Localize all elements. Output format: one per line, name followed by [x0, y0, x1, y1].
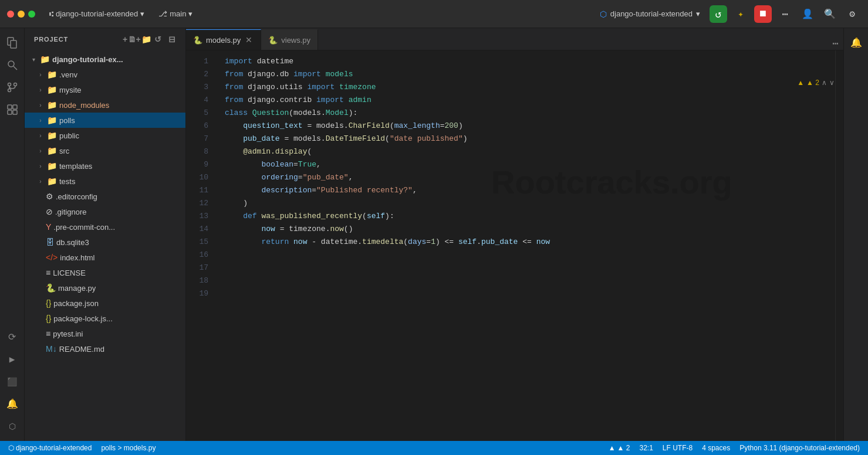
- sidebar-item-pytest[interactable]: ≡ pytest.ini: [25, 326, 185, 341]
- sidebar-title: Project: [34, 36, 68, 43]
- notifications-right-icon[interactable]: 🔔: [846, 33, 866, 53]
- status-warnings-label: ▲ 2: [617, 444, 630, 452]
- repo-selector[interactable]: ⑆ django-tutorial-extended ▾: [45, 7, 149, 21]
- item-label: pytest.ini: [53, 330, 83, 338]
- warning-icon: ▲: [797, 79, 804, 87]
- sidebar-item-root[interactable]: ▾ 📁 django-tutorial-ex...: [25, 52, 185, 67]
- sidebar-item-public[interactable]: › 📁 public: [25, 128, 185, 143]
- folder-icon: 📁: [47, 131, 57, 140]
- terminal-icon[interactable]: ⬛: [2, 372, 22, 392]
- git-icon[interactable]: ⬡: [2, 416, 22, 436]
- sidebar-item-index-html[interactable]: </> index.html: [25, 250, 185, 265]
- search-icon[interactable]: [2, 55, 22, 75]
- extensions-icon[interactable]: [2, 100, 22, 120]
- chevron-right-icon: ›: [36, 163, 45, 169]
- sidebar-item-precommit[interactable]: Y .pre-commit-con...: [25, 219, 185, 235]
- folder-icon: 📁: [47, 176, 57, 186]
- nav-up-icon[interactable]: ∧: [822, 79, 827, 87]
- code-editor[interactable]: import datetime from django.db import mo…: [215, 50, 835, 441]
- branch-selector[interactable]: ⎇ main ▾: [154, 7, 197, 21]
- tab-label: views.py: [281, 36, 310, 45]
- svg-point-4: [8, 83, 11, 86]
- tab-bar: 🐍 models.py ✕ 🐍 views.py ⋯: [186, 28, 843, 50]
- tab-overflow-button[interactable]: ⋯: [828, 37, 843, 50]
- sidebar-item-db[interactable]: 🗄 db.sqlite3: [25, 235, 185, 250]
- extensions-button[interactable]: ✦: [732, 5, 749, 23]
- new-file-btn[interactable]: +🗎: [123, 33, 136, 46]
- sidebar-item-venv[interactable]: › 📁 .venv: [25, 67, 185, 82]
- status-warnings[interactable]: ▲ ▲ 2: [605, 441, 634, 455]
- repo-name-right[interactable]: ⬡ django-tutorial-extended ▾: [595, 7, 705, 21]
- status-position[interactable]: 32:1: [636, 441, 656, 455]
- accounts-button[interactable]: 👤: [799, 5, 816, 23]
- search-button[interactable]: 🔍: [821, 5, 839, 23]
- item-label: node_modules: [59, 101, 109, 110]
- svg-point-5: [13, 83, 16, 86]
- minimize-button[interactable]: [18, 11, 25, 18]
- item-label: src: [59, 147, 69, 155]
- nav-down-icon[interactable]: ∨: [829, 79, 835, 87]
- editor-scrollbar[interactable]: [835, 50, 843, 441]
- folder-git-icon: 📁: [47, 100, 57, 110]
- sidebar-item-node-modules[interactable]: › 📁 node_modules: [25, 97, 185, 113]
- run-icon[interactable]: ▶: [2, 349, 22, 369]
- sidebar-item-license[interactable]: ≡ LICENSE: [25, 265, 185, 280]
- tab-close-icon[interactable]: ✕: [244, 34, 254, 46]
- maximize-button[interactable]: [28, 11, 35, 18]
- record-button[interactable]: ■: [754, 5, 772, 23]
- item-label: package-lock.js...: [53, 314, 112, 323]
- right-sidebar: 🔔: [843, 28, 868, 441]
- refresh-btn[interactable]: ↺: [151, 33, 164, 46]
- collapse-btn[interactable]: ⊟: [166, 33, 178, 46]
- git-icon: ⊘: [46, 207, 53, 216]
- status-bar: ⬡ django-tutorial-extended polls > model…: [0, 441, 868, 455]
- settings-button[interactable]: ⚙: [843, 5, 861, 23]
- json-icon: {}: [46, 298, 51, 308]
- python-icon: 🐍: [268, 36, 278, 45]
- sidebar-item-editorconfig[interactable]: ⚙ .editorconfig: [25, 189, 185, 204]
- sidebar-item-package-lock[interactable]: {} package-lock.js...: [25, 311, 185, 326]
- python-icon: 🐍: [193, 36, 202, 45]
- tab-views-py[interactable]: 🐍 views.py: [261, 29, 318, 50]
- traffic-lights: [7, 11, 35, 18]
- svg-point-6: [8, 89, 11, 92]
- sidebar-item-package-json[interactable]: {} package.json: [25, 296, 185, 311]
- status-language[interactable]: Python 3.11 (django-tutorial-extended): [736, 441, 863, 455]
- sidebar-item-src[interactable]: › 📁 src: [25, 143, 185, 158]
- more-button[interactable]: ⋯: [776, 5, 794, 23]
- item-label: .editorconfig: [56, 192, 97, 201]
- sync-button[interactable]: ↺: [710, 5, 727, 23]
- sidebar-item-readme[interactable]: M↓ README.md: [25, 341, 185, 356]
- close-button[interactable]: [7, 11, 14, 18]
- folder-icon: 📁: [47, 161, 57, 171]
- sidebar-item-templates[interactable]: › 📁 templates: [25, 158, 185, 174]
- sidebar-item-mysite[interactable]: › 📁 mysite: [25, 82, 185, 97]
- explorer-icon[interactable]: [2, 33, 22, 53]
- item-label: mysite: [59, 86, 82, 94]
- chevron-right-icon: ›: [36, 72, 45, 78]
- config-icon: ⚙: [46, 192, 53, 201]
- main-layout: ⟳ ▶ ⬛ 🔔 ⬡ Project +🗎 +📁 ↺ ⊟ ▾ 📁 django-t…: [0, 28, 868, 441]
- status-encoding[interactable]: LF UTF-8: [659, 441, 696, 455]
- status-branch[interactable]: ⬡ django-tutorial-extended: [5, 441, 95, 455]
- item-label: package.json: [53, 299, 99, 308]
- sidebar-item-polls[interactable]: › 📁 polls: [25, 113, 185, 128]
- sidebar-item-manage-py[interactable]: 🐍 manage.py: [25, 280, 185, 296]
- chevron-right-icon: ›: [36, 133, 45, 139]
- source-control-icon[interactable]: [2, 77, 22, 97]
- warning-icon: ▲: [609, 444, 616, 452]
- sidebar-item-gitignore[interactable]: ⊘ .gitignore: [25, 204, 185, 219]
- file-tree: ▾ 📁 django-tutorial-ex... › 📁 .venv › 📁 …: [25, 50, 185, 441]
- folder-icon: 📁: [47, 146, 57, 155]
- status-indent[interactable]: 4 spaces: [698, 441, 734, 455]
- svg-rect-9: [13, 105, 17, 109]
- json-icon: {}: [46, 314, 51, 323]
- new-folder-btn[interactable]: +📁: [137, 33, 150, 46]
- sidebar-item-tests[interactable]: › 📁 tests: [25, 174, 185, 189]
- notifications-icon[interactable]: 🔔: [2, 394, 22, 414]
- tab-models-py[interactable]: 🐍 models.py ✕: [186, 29, 261, 50]
- remote-icon[interactable]: ⟳: [2, 327, 22, 347]
- chevron-down-icon: ▾: [140, 9, 144, 18]
- python-icon: 🐍: [46, 283, 56, 293]
- item-label: templates: [59, 162, 92, 171]
